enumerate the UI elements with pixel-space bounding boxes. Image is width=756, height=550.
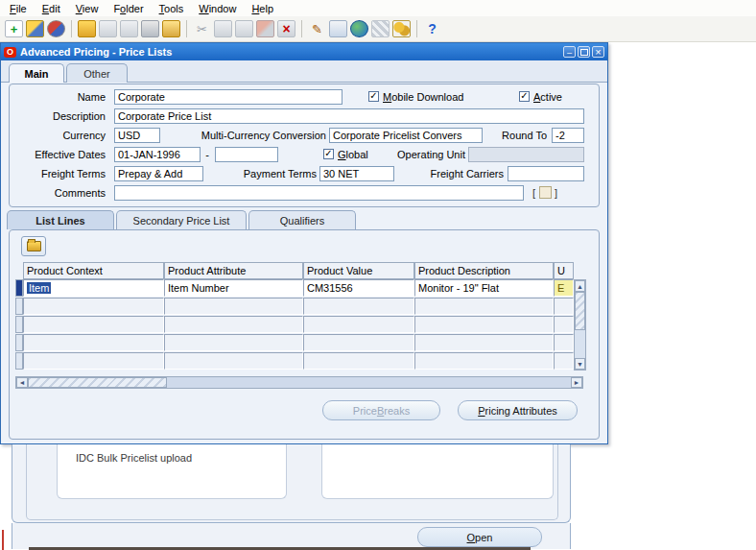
name-field[interactable]: [114, 89, 343, 105]
translations-icon[interactable]: [350, 20, 368, 37]
freight-carriers-field[interactable]: [508, 166, 584, 181]
freight-carriers-label: Freight Carriers: [413, 168, 504, 181]
price-lists-window: Advanced Pricing - Price Lists Main Othe…: [0, 42, 608, 444]
subtab-strip: List LinesSecondary Price ListQualifiers: [1, 210, 607, 230]
table-cell[interactable]: [414, 334, 554, 351]
pricing-attributes-button[interactable]: Pricing Attributes: [458, 400, 578, 420]
attachments-icon[interactable]: [371, 20, 390, 37]
menu-view[interactable]: View: [68, 2, 106, 15]
table-cell[interactable]: [164, 352, 303, 370]
round-to-field[interactable]: [552, 128, 584, 143]
menu-window[interactable]: Window: [191, 2, 244, 15]
table-cell[interactable]: [303, 334, 414, 351]
table-cell[interactable]: E: [554, 279, 574, 297]
maximize-button[interactable]: [578, 46, 590, 58]
switch-responsibility-icon[interactable]: [120, 20, 138, 37]
subtab-secondary-price-list[interactable]: Secondary Price List: [116, 210, 247, 229]
close-button[interactable]: [592, 46, 604, 58]
vertical-scroll-thumb[interactable]: [575, 292, 585, 330]
table-cell[interactable]: [414, 316, 554, 333]
effective-from-field[interactable]: [114, 147, 201, 162]
table-cell[interactable]: Monitor - 19" Flat: [414, 279, 554, 297]
scroll-down-icon[interactable]: [575, 358, 585, 370]
table-cell[interactable]: [164, 316, 303, 333]
row-selector[interactable]: [15, 352, 23, 370]
next-step-icon[interactable]: [99, 20, 117, 37]
table-cell[interactable]: [23, 316, 164, 333]
table-cell[interactable]: [23, 298, 164, 315]
toolbar-separator: [301, 20, 302, 37]
table-cell[interactable]: [303, 352, 414, 370]
menu-tools[interactable]: Tools: [152, 2, 192, 15]
folder-tools-icon[interactable]: [392, 20, 411, 37]
tab-main[interactable]: Main: [9, 63, 64, 83]
find-icon[interactable]: [26, 20, 44, 37]
mobile-download-checkbox[interactable]: [368, 91, 379, 102]
table-cell[interactable]: [554, 334, 574, 351]
freight-terms-field[interactable]: [114, 166, 203, 181]
minimize-button[interactable]: [563, 46, 576, 58]
row-selector[interactable]: [15, 298, 23, 315]
table-cell[interactable]: Item Number: [164, 279, 303, 297]
table-cell[interactable]: CM31556: [303, 279, 414, 297]
table-cell[interactable]: [23, 352, 164, 370]
edit-field-icon[interactable]: [308, 20, 326, 37]
table-cell[interactable]: [414, 352, 554, 370]
description-field[interactable]: [114, 108, 584, 124]
freight-terms-label: Freight Terms: [10, 168, 106, 181]
menu-help[interactable]: Help: [244, 2, 281, 15]
new-icon[interactable]: [5, 20, 23, 37]
menu-file[interactable]: File: [2, 2, 35, 15]
table-cell[interactable]: [303, 298, 414, 315]
multi-currency-field[interactable]: [329, 128, 483, 143]
table-cell[interactable]: Item: [23, 279, 164, 297]
comments-field[interactable]: [114, 185, 524, 201]
cut-icon[interactable]: [193, 20, 211, 37]
scroll-left-icon[interactable]: [16, 377, 28, 388]
print-icon[interactable]: [141, 20, 159, 37]
payment-terms-field[interactable]: [319, 166, 394, 181]
open-button[interactable]: Open: [417, 527, 542, 547]
table-cell[interactable]: [164, 334, 303, 351]
scroll-right-icon[interactable]: [571, 377, 582, 388]
paste-icon[interactable]: [235, 20, 253, 37]
subtab-list-lines[interactable]: List Lines: [7, 210, 114, 229]
row-selector[interactable]: [15, 316, 23, 333]
active-checkbox[interactable]: [519, 91, 530, 102]
menu-edit[interactable]: Edit: [35, 2, 68, 15]
tab-other[interactable]: Other: [66, 63, 128, 83]
mobile-download-label: Mobile Download: [383, 91, 463, 105]
open-folder-button[interactable]: [21, 236, 46, 256]
attachment-indicator[interactable]: [539, 186, 552, 199]
navigator-icon[interactable]: [47, 20, 65, 37]
global-checkbox[interactable]: [323, 149, 334, 159]
table-cell[interactable]: [414, 298, 554, 315]
table-cell[interactable]: [554, 352, 574, 370]
menu-folder[interactable]: Folder: [106, 2, 151, 15]
row-selector[interactable]: [15, 279, 23, 297]
save-icon[interactable]: [78, 20, 96, 37]
horizontal-scroll-thumb[interactable]: [28, 377, 167, 388]
help-icon[interactable]: [423, 20, 441, 37]
zoom-icon[interactable]: [329, 20, 347, 37]
table-cell[interactable]: [554, 298, 574, 315]
menu-bar: FileEditViewFolderToolsWindowHelp: [0, 0, 756, 16]
table-cell[interactable]: [303, 316, 414, 333]
horizontal-scrollbar[interactable]: [15, 376, 583, 389]
clear-record-icon[interactable]: [256, 20, 274, 37]
copy-icon[interactable]: [214, 20, 232, 37]
scroll-up-icon[interactable]: [575, 280, 585, 292]
row-selector[interactable]: [15, 334, 23, 351]
price-breaks-button[interactable]: Price Breaks: [322, 400, 440, 420]
effective-to-field[interactable]: [215, 147, 278, 162]
currency-field[interactable]: [114, 128, 160, 143]
table-cell[interactable]: [554, 316, 574, 333]
table-cell[interactable]: [164, 298, 303, 315]
date-separator: -: [203, 149, 211, 160]
payment-terms-label: Payment Terms: [216, 168, 317, 181]
vertical-scrollbar[interactable]: [574, 279, 586, 371]
delete-icon[interactable]: [277, 20, 295, 37]
subtab-qualifiers[interactable]: Qualifiers: [248, 210, 356, 229]
close-form-icon[interactable]: [162, 20, 180, 37]
table-cell[interactable]: [23, 334, 164, 351]
